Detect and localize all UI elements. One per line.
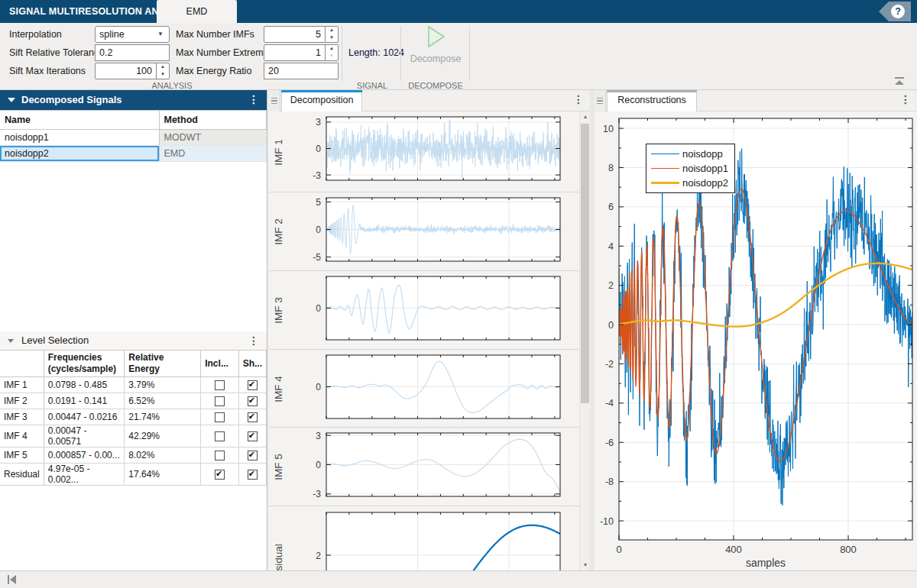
svg-text:0: 0 xyxy=(316,225,321,235)
column-header-frequencies[interactable]: Frequencies (cycles/sample) xyxy=(44,351,125,377)
max-extrema-stepper[interactable]: 1 ▲▼ xyxy=(264,44,339,61)
kebab-menu-icon[interactable]: ⋮ xyxy=(573,93,584,105)
legend-item: noisdopp xyxy=(651,147,728,161)
spin-up-icon[interactable]: ▲ xyxy=(326,45,338,53)
column-header-method[interactable]: Method xyxy=(159,111,267,130)
imf1-plot: 30-3 xyxy=(269,111,579,192)
imf3-plot: 0 xyxy=(269,271,579,350)
svg-text:0: 0 xyxy=(616,544,621,555)
level-selection-title: Level Selection xyxy=(21,331,89,350)
kebab-menu-icon[interactable]: ⋮ xyxy=(248,93,259,105)
show-checkbox[interactable] xyxy=(248,451,258,460)
spin-down-icon[interactable]: ▼ xyxy=(326,34,338,42)
spin-up-icon[interactable]: ▲ xyxy=(157,63,169,71)
interpolation-dropdown[interactable]: spline ▼ xyxy=(95,26,170,43)
panel-menu-icon[interactable] xyxy=(269,90,280,111)
decompose-button[interactable]: Decompose xyxy=(405,24,466,82)
max-extrema-value: 1 xyxy=(264,45,325,60)
signal-name-cell[interactable]: noisdopp2 xyxy=(0,146,159,162)
tab-emd[interactable]: EMD xyxy=(157,0,237,23)
max-imfs-stepper[interactable]: 5 ▲▼ xyxy=(264,26,339,43)
decomposed-signals-header[interactable]: Decomposed Signals ⋮ xyxy=(0,90,267,110)
svg-text:0: 0 xyxy=(608,320,614,331)
max-energy-field[interactable]: 20 xyxy=(264,63,339,79)
imf2-plot: 50-5 xyxy=(269,192,579,271)
column-header-energy[interactable]: Relative Energy xyxy=(125,351,201,377)
level-energy-cell: 8.02% xyxy=(125,447,201,464)
kebab-menu-icon[interactable]: ⋮ xyxy=(900,93,911,105)
vertical-scrollbar[interactable]: ▲ ▼ xyxy=(579,111,590,570)
svg-text:-3: -3 xyxy=(313,170,321,181)
scrollbar-thumb[interactable] xyxy=(581,124,589,403)
column-header-name[interactable]: Name xyxy=(0,111,159,130)
sift-rel-tol-field[interactable]: 0.2 xyxy=(95,44,170,61)
spin-up-icon[interactable]: ▲ xyxy=(326,27,338,34)
show-checkbox[interactable] xyxy=(248,380,258,390)
section-divider xyxy=(469,26,470,81)
show-cell xyxy=(238,464,266,486)
include-checkbox[interactable] xyxy=(215,431,225,441)
ribbon-toolbar: Interpolation spline ▼ Max Number IMFs 5… xyxy=(0,23,917,90)
include-cell xyxy=(201,425,238,447)
tab-decomposition[interactable]: Decomposition xyxy=(281,90,362,111)
level-selection-table: Frequencies (cycles/sample) Relative Ene… xyxy=(0,350,267,486)
scroll-up-icon[interactable]: ▲ xyxy=(580,111,591,122)
include-checkbox[interactable] xyxy=(215,380,225,390)
reconstruction-plot-svg: 1086420-2-4-6-8-100400800samples xyxy=(595,111,917,570)
include-checkbox[interactable] xyxy=(215,470,225,480)
collapse-ribbon-button[interactable] xyxy=(894,77,905,86)
sift-max-iter-stepper[interactable]: 100 ▲▼ xyxy=(95,63,170,79)
svg-text:samples: samples xyxy=(746,557,786,569)
legend-label: noisdopp1 xyxy=(682,163,728,174)
signal-multiresolution-analyzer-app: SIGNAL MULTIRESOLUTION ANALYZER EMD ? In… xyxy=(0,0,917,588)
show-checkbox[interactable] xyxy=(248,412,258,422)
level-row: Residual4.97e-05 - 0.002...17.64% xyxy=(0,464,267,486)
column-header-include[interactable]: Incl... xyxy=(201,351,238,377)
max-imfs-label: Max Number IMFs xyxy=(176,27,254,42)
signal-name-cell[interactable]: noisdopp1 xyxy=(0,130,159,146)
residual-plot: 2 xyxy=(269,506,579,570)
collapse-left-panel-icon[interactable] xyxy=(6,574,18,585)
svg-text:-3: -3 xyxy=(313,489,321,499)
decompose-button-label: Decompose xyxy=(410,53,462,64)
play-icon xyxy=(424,24,447,49)
legend-line-sample xyxy=(651,153,679,155)
show-checkbox[interactable] xyxy=(248,470,258,480)
help-button[interactable]: ? xyxy=(879,2,911,21)
signal-row[interactable]: noisdopp1MODWT xyxy=(0,130,267,146)
include-cell xyxy=(201,393,238,409)
kebab-menu-icon[interactable]: ⋮ xyxy=(248,334,259,347)
collapse-triangle-icon[interactable] xyxy=(8,339,14,343)
column-header-show[interactable]: Sh... xyxy=(238,351,266,377)
chevron-down-icon: ▼ xyxy=(157,27,164,42)
plot-legend[interactable]: noisdoppnoisdopp1noisdopp2 xyxy=(646,144,735,193)
section-signal-label: SIGNAL xyxy=(345,81,399,90)
max-imfs-value: 5 xyxy=(264,27,325,42)
spin-down-icon[interactable]: ▼ xyxy=(157,71,169,79)
include-cell xyxy=(201,377,238,393)
signal-row[interactable]: noisdopp2EMD xyxy=(0,146,267,162)
interpolation-label: Interpolation xyxy=(9,27,62,42)
scroll-down-icon[interactable]: ▼ xyxy=(580,560,591,570)
panel-menu-icon[interactable] xyxy=(595,90,606,111)
level-frequencies-cell: 0.000857 - 0.00... xyxy=(44,447,125,464)
level-energy-cell: 17.64% xyxy=(125,464,201,486)
include-checkbox[interactable] xyxy=(215,396,225,406)
section-decompose-label: DECOMPOSE xyxy=(403,81,468,90)
svg-text:-2: -2 xyxy=(605,359,614,370)
collapse-triangle-icon[interactable] xyxy=(8,98,15,102)
decomposition-tabbar: Decomposition ⋮ xyxy=(269,90,590,111)
tab-decomposition-label: Decomposition xyxy=(290,95,354,105)
tab-reconstructions[interactable]: Reconstructions xyxy=(607,90,697,111)
imf5-axis-label: IMF 5 xyxy=(271,428,286,506)
level-row: IMF 30.00447 - 0.021621.74% xyxy=(0,409,267,425)
show-checkbox[interactable] xyxy=(248,431,258,441)
show-checkbox[interactable] xyxy=(248,396,258,406)
include-checkbox[interactable] xyxy=(215,412,225,422)
svg-text:0: 0 xyxy=(316,303,321,314)
include-checkbox[interactable] xyxy=(215,451,225,460)
svg-text:0: 0 xyxy=(316,460,321,470)
svg-text:5: 5 xyxy=(316,197,321,208)
level-selection-header[interactable]: Level Selection ⋮ xyxy=(0,331,267,350)
svg-text:400: 400 xyxy=(725,544,742,555)
